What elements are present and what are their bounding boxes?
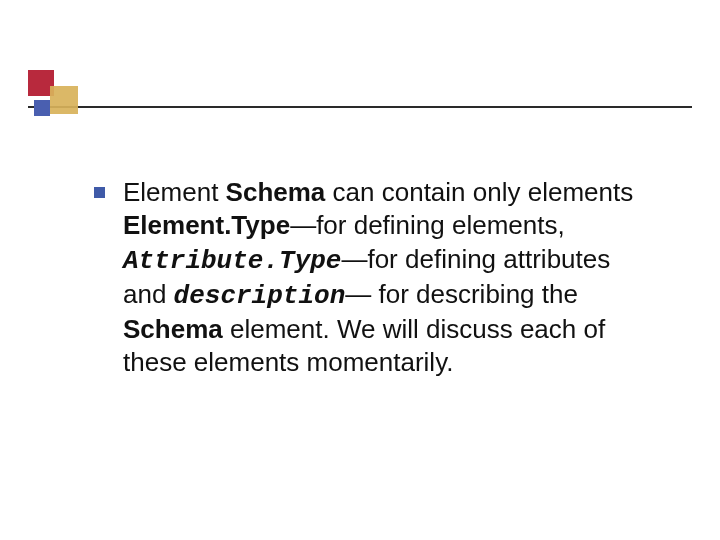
text-run: Element <box>123 177 226 207</box>
header-underline <box>28 106 692 108</box>
bullet-text: Element Schema can contain only elements… <box>123 176 654 380</box>
square-gold-icon <box>50 86 78 114</box>
text-run-code: description <box>174 281 346 311</box>
slide-content: Element Schema can contain only elements… <box>94 176 654 380</box>
text-run-bold: Schema <box>123 314 223 344</box>
text-run-code: Attribute.Type <box>123 246 341 276</box>
text-run-bold: Schema <box>226 177 326 207</box>
text-run: — for describing the <box>345 279 578 309</box>
text-run: can contain only elements <box>325 177 633 207</box>
bullet-square-icon <box>94 187 105 198</box>
text-run-bold: Element.Type <box>123 210 290 240</box>
text-run: —for defining elements, <box>290 210 565 240</box>
slide-header-graphic <box>28 70 692 118</box>
bullet-item: Element Schema can contain only elements… <box>94 176 654 380</box>
square-blue-icon <box>34 100 50 116</box>
